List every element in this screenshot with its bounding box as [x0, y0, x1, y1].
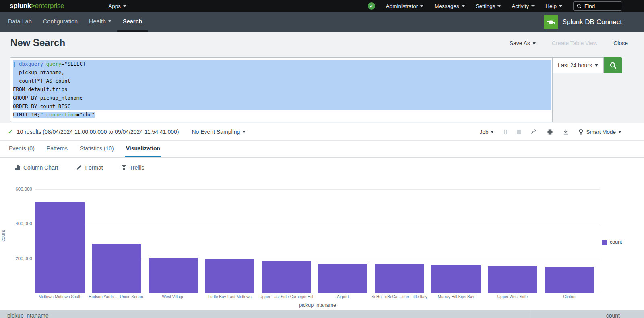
nav-item-configuration[interactable]: Configuration	[37, 12, 83, 32]
chart-gridline	[35, 189, 600, 190]
column-header-count[interactable]: count	[606, 312, 620, 318]
results-check-icon: ✓	[8, 129, 13, 135]
chevron-down-icon	[491, 131, 494, 133]
x-axis-category-label: West Village	[143, 295, 203, 299]
health-check-icon[interactable]: ✓	[368, 2, 375, 10]
activity-menu[interactable]: Activity	[512, 3, 535, 9]
results-tabs: Events (0) Patterns Statistics (10) Visu…	[0, 141, 644, 158]
chart-bar[interactable]	[92, 244, 141, 293]
share-icon	[531, 129, 537, 135]
y-axis-title: count	[0, 224, 6, 248]
chevron-down-icon	[533, 42, 536, 44]
chevron-down-icon	[123, 5, 126, 7]
y-axis-tick-label: 600,000	[7, 187, 32, 191]
y-axis-tick-label: 200,000	[7, 256, 32, 261]
page-title: New Search	[10, 37, 65, 48]
x-axis-title: pickup_ntaname	[257, 302, 378, 308]
tab-events[interactable]: Events (0)	[8, 141, 35, 157]
legend-label: count	[610, 239, 622, 245]
x-axis-category-label: Turtle Bay-East Midtown	[200, 295, 260, 299]
visualization-toolbar: Column Chart Format Trellis	[0, 158, 644, 177]
results-action-bar: ✓ 10 results (08/04/2024 11:00:00.000 to…	[0, 123, 644, 141]
x-axis-category-label: Upper West Side	[482, 295, 543, 299]
save-as-button[interactable]: Save As	[510, 40, 536, 46]
chart-bar[interactable]	[488, 266, 537, 293]
messages-menu[interactable]: Messages	[434, 3, 465, 9]
pause-icon	[504, 130, 507, 134]
share-button[interactable]	[531, 129, 537, 135]
nav-item-data-lab[interactable]: Data Lab	[2, 12, 37, 32]
pause-button[interactable]	[504, 130, 507, 134]
column-chart-icon	[15, 165, 20, 170]
pencil-icon	[76, 165, 82, 170]
nav-item-search[interactable]: Search	[117, 12, 148, 32]
stop-button[interactable]	[517, 130, 521, 134]
x-axis-category-label: Upper East Side-Carnegie Hill	[256, 295, 316, 299]
chart-bar[interactable]	[375, 264, 424, 293]
apps-menu[interactable]: Apps	[108, 3, 126, 9]
chevron-down-icon	[559, 5, 562, 7]
job-controls: Job Smart Mod	[480, 123, 621, 141]
x-axis-category-label: SoHo-TriBeCa-...nter-Little Italy	[369, 295, 429, 299]
run-search-button[interactable]	[604, 57, 622, 73]
format-menu[interactable]: Format	[76, 164, 103, 171]
chart-bar[interactable]	[431, 265, 481, 293]
chart-bar[interactable]	[149, 258, 198, 293]
results-count-text: 10 results (08/04/2024 11:00:00.000 to 0…	[17, 129, 179, 135]
trellis-grid-icon	[122, 165, 126, 170]
event-sampling-dropdown[interactable]: No Event Sampling	[192, 129, 246, 135]
chart-bar[interactable]	[262, 261, 311, 293]
splunk-logo[interactable]: splunk>enterprise	[10, 2, 64, 10]
close-button[interactable]: Close	[613, 40, 628, 46]
printer-icon	[547, 129, 553, 135]
tab-visualization[interactable]: Visualization	[125, 141, 161, 157]
legend-item-count[interactable]: count	[602, 239, 622, 245]
help-menu[interactable]: Help	[545, 3, 562, 9]
administrator-menu[interactable]: Administrator	[386, 3, 424, 9]
lightbulb-icon	[578, 129, 584, 135]
app-home-link[interactable]: Splunk DB Connect	[544, 12, 622, 32]
job-menu[interactable]: Job	[480, 129, 494, 135]
chevron-down-icon	[595, 64, 598, 67]
x-axis-category-label: Hudson Yards-...-Union Square	[87, 295, 147, 299]
chart-gridline	[35, 224, 600, 224]
topbar-right-menus: ✓ Administrator Messages Settings Activi…	[368, 0, 622, 12]
tab-patterns[interactable]: Patterns	[46, 141, 68, 157]
print-button[interactable]	[547, 129, 553, 135]
tab-statistics[interactable]: Statistics (10)	[79, 141, 115, 157]
nav-item-health[interactable]: Health	[83, 12, 117, 32]
find-search-input[interactable]: Find	[573, 1, 622, 11]
chart-bar[interactable]	[545, 267, 594, 293]
splunk-top-bar: splunk>enterprise Apps ✓ Administrator M…	[0, 0, 644, 12]
column-header-pickup-ntaname[interactable]: pickup_ntaname	[7, 312, 49, 318]
db-connect-plug-icon	[544, 15, 558, 29]
column-divider	[529, 310, 529, 318]
chevron-down-icon	[497, 5, 501, 7]
chevron-down-icon	[242, 131, 246, 133]
trellis-menu[interactable]: Trellis	[122, 164, 144, 171]
y-axis-tick-label: 400,000	[7, 221, 32, 226]
chevron-down-icon	[108, 20, 111, 22]
time-range-picker[interactable]: Last 24 hours	[553, 57, 604, 73]
chart-bar[interactable]	[318, 264, 367, 293]
create-table-view-button[interactable]: Create Table View	[552, 40, 597, 46]
chart-type-picker[interactable]: Column Chart	[15, 164, 58, 171]
search-query-text: | dbxquery query="SELECT pickup_ntaname,…	[13, 60, 551, 119]
search-query-input[interactable]: | dbxquery query="SELECT pickup_ntaname,…	[10, 57, 553, 122]
x-axis-category-label: Clinton	[539, 295, 599, 299]
search-mode-menu[interactable]: Smart Mode	[578, 129, 621, 135]
splunk-search-page: splunk>enterprise Apps ✓ Administrator M…	[0, 0, 644, 318]
x-axis-category-label: Midtown-Midtown South	[30, 295, 90, 299]
chevron-down-icon	[618, 131, 621, 133]
chart-bar[interactable]	[205, 259, 254, 293]
chart-bar[interactable]	[35, 202, 85, 293]
chevron-down-icon	[531, 5, 535, 7]
chevron-down-icon	[420, 5, 423, 7]
app-nav-bar: Data Lab Configuration Health Search Spl…	[0, 12, 644, 32]
chevron-down-icon	[462, 5, 465, 7]
x-axis-category-label: Murray Hill-Kips Bay	[426, 295, 486, 299]
app-title: Splunk DB Connect	[562, 18, 622, 26]
settings-menu[interactable]: Settings	[476, 3, 501, 9]
stop-icon	[517, 130, 521, 134]
export-button[interactable]	[563, 129, 569, 135]
